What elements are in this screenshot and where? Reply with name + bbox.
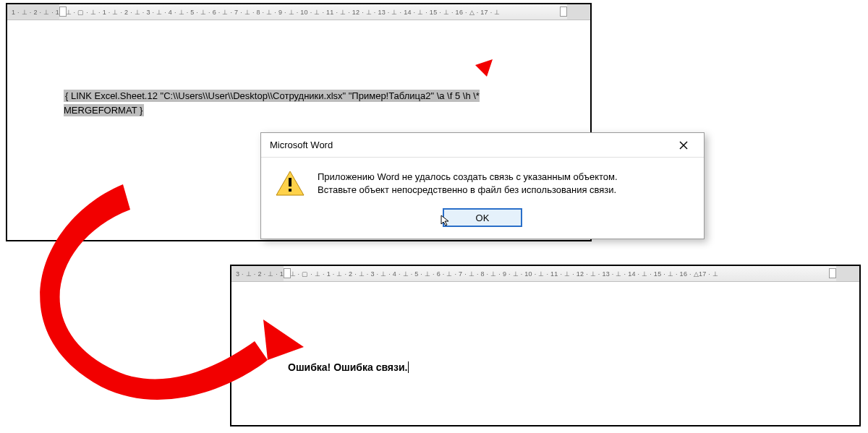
- right-indent-marker-icon[interactable]: [829, 268, 836, 278]
- field-code-line2: MERGEFORMAT }: [64, 105, 142, 116]
- ok-button[interactable]: OK: [443, 208, 522, 227]
- text-caret-icon: [408, 361, 409, 373]
- cursor-icon: [440, 214, 453, 227]
- ruler-top: 1 · ⊥ · 2 · ⊥ · 1 · ⊥ · ▢ · ⊥ · 1 · ⊥ · …: [7, 4, 590, 20]
- close-icon: [679, 141, 688, 150]
- ok-button-label: OK: [476, 213, 490, 223]
- ruler-bottom: 3 · ⊥ · 2 · ⊥ · 1 · ⊥ · ▢ · ⊥ · 1 · ⊥ · …: [231, 266, 859, 282]
- dialog-message-line2: Вставьте объект непосредственно в файл б…: [318, 184, 618, 197]
- dialog-titlebar[interactable]: Microsoft Word: [261, 133, 704, 158]
- svg-rect-5: [289, 189, 292, 192]
- left-indent-marker-icon[interactable]: [59, 7, 67, 17]
- ruler-ticks-bottom: 3 · ⊥ · 2 · ⊥ · 1 · ⊥ · ▢ · ⊥ · 1 · ⊥ · …: [236, 266, 855, 281]
- left-indent-marker-icon[interactable]: [284, 268, 291, 278]
- close-button[interactable]: [669, 135, 698, 155]
- warning-icon: [276, 171, 305, 197]
- word-window-bottom: 3 · ⊥ · 2 · ⊥ · 1 · ⊥ · ▢ · ⊥ · 1 · ⊥ · …: [230, 265, 861, 426]
- document-area-top[interactable]: { LINK Excel.Sheet.12 "C:\\Users\\User\\…: [7, 20, 590, 143]
- svg-marker-0: [458, 59, 493, 94]
- svg-marker-6: [441, 215, 448, 226]
- dialog-message: Приложению Word не удалось создать связь…: [318, 171, 618, 197]
- dialog-title: Microsoft Word: [270, 140, 669, 150]
- svg-rect-4: [289, 178, 292, 187]
- right-indent-marker-icon[interactable]: [560, 7, 567, 17]
- ruler-ticks: 1 · ⊥ · 2 · ⊥ · 1 · ⊥ · ▢ · ⊥ · 1 · ⊥ · …: [12, 4, 586, 20]
- red-arrow-small-icon: [452, 56, 495, 100]
- link-field-code[interactable]: { LINK Excel.Sheet.12 "C:\\Users\\User\\…: [64, 90, 480, 116]
- field-code-line1: { LINK Excel.Sheet.12 "C:\\Users\\User\\…: [65, 90, 480, 101]
- document-area-bottom[interactable]: Ошибка! Ошибка связи.: [231, 282, 859, 405]
- error-dialog: Microsoft Word Приложению Word не удалос…: [260, 132, 705, 239]
- link-error-text: Ошибка! Ошибка связи.: [288, 361, 407, 373]
- dialog-message-line1: Приложению Word не удалось создать связь…: [318, 171, 618, 184]
